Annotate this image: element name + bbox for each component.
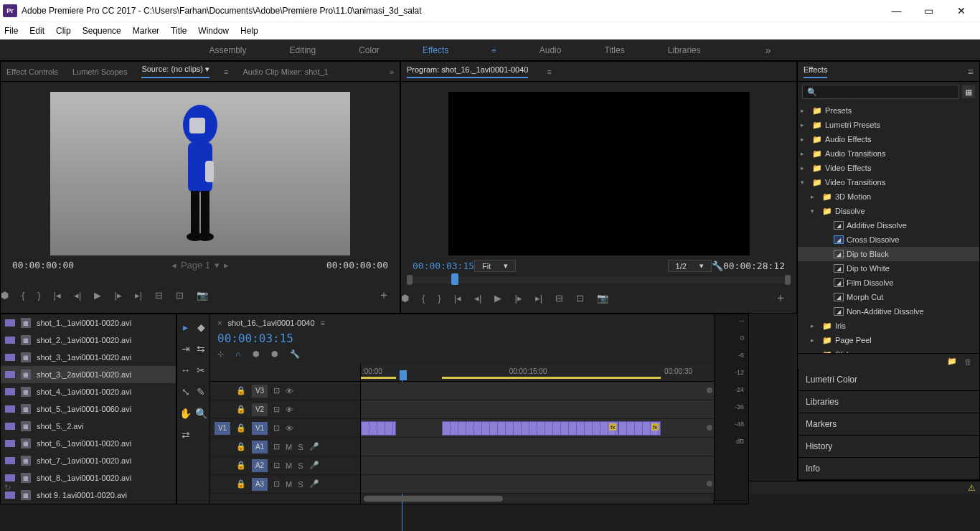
go-out-icon[interactable]: ▸| [135, 290, 142, 301]
selection-tool-icon[interactable]: ▸ [179, 317, 193, 337]
project-item[interactable]: ▦shot_1._1avi0001-0020.avi [1, 314, 176, 332]
project-item[interactable]: ▦shot_8._1avi0001-0020.avi [1, 469, 176, 487]
mute-icon[interactable]: M [286, 461, 292, 470]
workspace-color[interactable]: Color [359, 45, 380, 55]
effect-item[interactable]: ◢Film Dissolve [798, 276, 979, 290]
folder-lumetri-presets[interactable]: ▸📁Lumetri Presets [798, 118, 979, 132]
overwrite-icon[interactable]: ⊡ [176, 290, 184, 301]
keyframe-dot[interactable] [707, 425, 712, 431]
tab-effect-controls[interactable]: Effect Controls [6, 67, 58, 76]
effect-item[interactable]: ◢Cross Dissolve [798, 232, 979, 247]
track-header-v1[interactable]: V1🔒V1⊡👁 [210, 419, 360, 438]
clip[interactable]: fx [618, 421, 661, 436]
tab-libraries[interactable]: Libraries [798, 391, 979, 413]
new-bin-icon[interactable]: 📁 [947, 357, 957, 366]
go-out-icon[interactable]: ▸| [535, 293, 542, 304]
step-back-icon[interactable]: ◂| [474, 293, 481, 304]
slip-tool-icon[interactable]: ⤡ [179, 382, 193, 402]
out-point-icon[interactable]: } [37, 290, 40, 301]
timeline-ruler[interactable]: :00:00 00:00:15:00 00:00:30 [361, 365, 714, 382]
track-toggle-a2[interactable]: A2 [252, 459, 268, 472]
minimize-button[interactable]: — [880, 0, 913, 22]
scrub-playhead[interactable] [451, 273, 458, 285]
track-lane-a3[interactable] [361, 475, 714, 494]
zoom-tool-icon[interactable]: 🔍 [194, 403, 209, 423]
workspace-editing[interactable]: Editing [289, 45, 316, 55]
tab-lumetri-color[interactable]: Lumetri Color [798, 369, 979, 391]
menu-file[interactable]: File [4, 26, 18, 36]
play-icon[interactable]: ▶ [494, 293, 501, 304]
effect-item[interactable]: ◢Morph Cut [798, 290, 979, 304]
lock-icon[interactable]: 🔒 [236, 386, 246, 395]
effect-item[interactable]: ◢Non-Additive Dissolve [798, 304, 979, 319]
extract-icon[interactable]: ⊡ [576, 293, 584, 304]
sync-lock-icon[interactable]: ⊡ [273, 386, 280, 395]
workspace-audio[interactable]: Audio [540, 45, 562, 55]
source-tabs-overflow-icon[interactable]: » [390, 67, 394, 76]
settings-icon[interactable]: ⬢ [271, 349, 278, 359]
record-icon[interactable]: 🎤 [309, 461, 319, 470]
fit-dropdown[interactable]: Fit▾ [474, 260, 516, 272]
workspace-effects[interactable]: Effects [423, 45, 448, 55]
eye-icon[interactable]: 👁 [286, 424, 293, 433]
menu-marker[interactable]: Marker [133, 26, 159, 36]
tab-source[interactable]: Source: (no clips) ▾ [141, 65, 209, 78]
lock-icon[interactable]: 🔒 [236, 479, 246, 489]
program-viewer[interactable] [448, 92, 750, 255]
mute-icon[interactable]: M [286, 480, 292, 489]
sync-icon[interactable]: ↻ [4, 483, 11, 492]
timeline-playhead[interactable] [400, 370, 407, 380]
step-forward-icon[interactable]: |▸ [514, 293, 522, 304]
track-header-a2[interactable]: 🔒A2⊡MS🎤 [210, 456, 360, 475]
sequence-name[interactable]: shot_16._1avi0001-0040 [227, 319, 314, 327]
lock-icon[interactable]: 🔒 [236, 442, 246, 451]
page-next-icon[interactable]: ▸ [224, 260, 229, 271]
export-frame-icon[interactable]: 📷 [597, 293, 608, 304]
play-icon[interactable]: ▶ [94, 290, 101, 301]
track-lane-a1[interactable] [361, 438, 714, 456]
insert-icon[interactable]: ⊟ [155, 290, 163, 301]
project-item[interactable]: ▦shot_5._1avi0001-0060.avi [1, 400, 176, 418]
page-prev-icon[interactable]: ◂ [171, 260, 176, 271]
folder-presets[interactable]: ▸📁Presets [798, 103, 979, 118]
marker-icon[interactable]: ⬢ [401, 293, 409, 304]
in-point-icon[interactable]: { [422, 293, 425, 304]
track-select-tool-icon[interactable]: ◆ [194, 317, 209, 337]
delete-icon[interactable]: 🗑 [964, 357, 972, 366]
wrench-icon[interactable]: 🔧 [290, 349, 300, 359]
lock-icon[interactable]: 🔒 [236, 461, 246, 470]
pen-tool-icon[interactable]: ✎ [194, 382, 209, 402]
project-item[interactable]: ▦shot_6._1avi0001-0020.avi [1, 435, 176, 452]
folder-video-transitions[interactable]: ▾📁Video Transitions [798, 175, 979, 189]
track-header-v3[interactable]: 🔒V3⊡👁 [210, 382, 360, 400]
project-item[interactable]: ▦shot 9. 1avi0001-0020.avi [1, 487, 176, 504]
step-forward-icon[interactable]: |▸ [114, 290, 121, 301]
track-header-a3[interactable]: 🔒A3⊡MS🎤 [210, 475, 360, 494]
markers-icon[interactable]: ⬢ [253, 349, 260, 359]
project-item[interactable]: ▦shot_4._1avi0001-0020.avi [1, 383, 176, 400]
close-button[interactable]: ✕ [945, 0, 977, 22]
step-back-icon[interactable]: ◂| [74, 290, 81, 301]
solo-icon[interactable]: S [298, 480, 303, 489]
program-tab-menu-icon[interactable]: ≡ [547, 67, 551, 76]
timeline-scrollbar[interactable] [361, 494, 714, 504]
go-in-icon[interactable]: |◂ [54, 290, 61, 301]
warning-icon[interactable]: ⚠ [968, 483, 976, 493]
effect-item[interactable]: ◢Additive Dissolve [798, 218, 979, 232]
track-toggle-a1[interactable]: A1 [252, 441, 268, 454]
marker-icon[interactable]: ⬢ [1, 290, 9, 301]
workspace-assembly[interactable]: Assembly [209, 45, 246, 55]
track-lane-a2[interactable] [361, 456, 714, 475]
workspace-titles[interactable]: Titles [604, 45, 624, 55]
effects-filter-icon[interactable]: ▦ [962, 85, 975, 98]
sync-lock-icon[interactable]: ⊡ [273, 442, 280, 451]
record-icon[interactable]: 🎤 [309, 479, 319, 489]
sync-lock-icon[interactable]: ⊡ [273, 423, 280, 433]
timeline-timecode[interactable]: 00:00:03:15 [217, 332, 707, 345]
track-lane-v1[interactable]: fx fx [361, 419, 714, 438]
program-scrub-bar[interactable] [410, 276, 788, 283]
menu-clip[interactable]: Clip [56, 26, 71, 36]
sync-lock-icon[interactable]: ⊡ [273, 405, 280, 414]
sync-lock-icon[interactable]: ⊡ [273, 461, 280, 470]
effect-item[interactable]: ◢Dip to White [798, 261, 979, 276]
